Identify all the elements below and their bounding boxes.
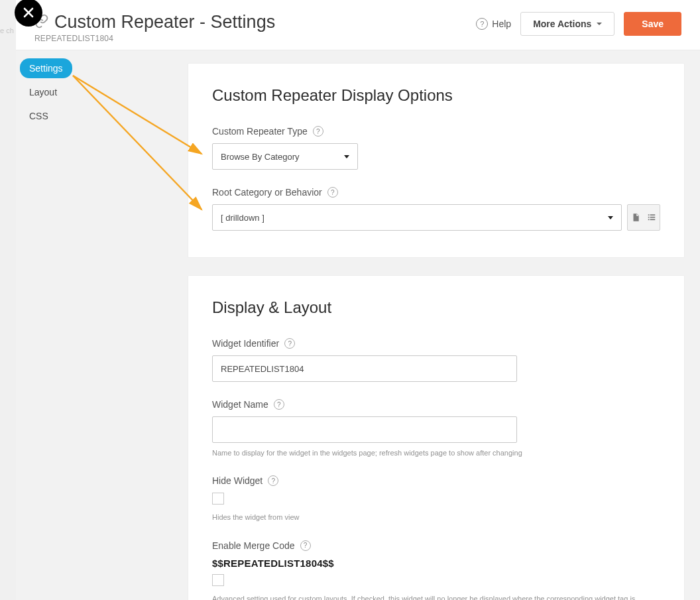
svg-rect-1	[650, 214, 656, 215]
sidebar: Settings Layout CSS	[16, 50, 188, 600]
page-subtitle: REPEATEDLIST1804	[34, 34, 275, 43]
more-actions-label: More Actions	[533, 19, 591, 29]
widget-identifier-label: Widget Identifier	[212, 338, 279, 349]
close-icon	[23, 7, 34, 18]
root-category-label: Root Category or Behavior	[212, 187, 322, 198]
sidebar-item-css[interactable]: CSS	[20, 106, 58, 126]
widget-identifier-input[interactable]	[212, 355, 517, 382]
display-layout-panel: Display & Layout Widget Identifier ? Wid…	[188, 276, 684, 600]
display-layout-heading: Display & Layout	[212, 298, 660, 317]
page-title: Custom Repeater - Settings	[54, 12, 275, 32]
merge-code-value: $$REPEATEDLIST1804$$	[212, 558, 660, 569]
sidebar-item-settings[interactable]: Settings	[20, 58, 72, 78]
hide-widget-checkbox[interactable]	[212, 493, 224, 505]
help-icon[interactable]: ?	[284, 338, 295, 349]
help-icon[interactable]: ?	[327, 187, 338, 198]
list-icon	[647, 213, 656, 222]
svg-rect-0	[648, 214, 650, 215]
svg-rect-5	[650, 219, 656, 220]
help-icon[interactable]: ?	[313, 126, 323, 137]
help-link[interactable]: ? Help	[476, 18, 511, 30]
close-button[interactable]	[15, 0, 42, 27]
help-icon[interactable]: ?	[274, 399, 284, 410]
chevron-down-icon	[597, 23, 602, 25]
page-icon	[631, 213, 640, 222]
hide-widget-label: Hide Widget	[212, 475, 262, 486]
help-icon[interactable]: ?	[300, 540, 311, 551]
root-category-list-button[interactable]	[644, 205, 660, 230]
repeater-type-select[interactable]: Browse By Category	[212, 143, 358, 170]
hide-widget-helper: Hides the widget from view	[212, 512, 660, 522]
enable-merge-code-label: Enable Merge Code	[212, 540, 295, 551]
settings-modal: Custom Repeater - Settings REPEATEDLIST1…	[16, 0, 700, 600]
header-bar: Custom Repeater - Settings REPEATEDLIST1…	[16, 0, 700, 50]
widget-name-label: Widget Name	[212, 399, 268, 410]
root-category-select[interactable]: [ drilldown ]	[212, 204, 622, 231]
svg-rect-4	[648, 219, 650, 220]
enable-merge-code-helper: Advanced setting used for custom layouts…	[212, 594, 660, 600]
repeater-type-label: Custom Repeater Type	[212, 126, 308, 137]
display-options-panel: Custom Repeater Display Options Custom R…	[188, 64, 684, 257]
widget-name-input[interactable]	[212, 416, 517, 443]
save-button[interactable]: Save	[624, 12, 681, 36]
help-icon[interactable]: ?	[268, 475, 278, 486]
sidebar-item-layout[interactable]: Layout	[20, 82, 66, 102]
display-options-heading: Custom Repeater Display Options	[212, 86, 660, 105]
background-strip: e ch	[0, 0, 16, 600]
root-category-browse-button[interactable]	[628, 205, 644, 230]
svg-rect-3	[650, 217, 656, 218]
chevron-down-icon	[344, 155, 349, 158]
more-actions-button[interactable]: More Actions	[520, 12, 614, 36]
help-icon: ?	[476, 18, 488, 30]
chevron-down-icon	[608, 216, 613, 219]
help-label: Help	[492, 19, 511, 29]
enable-merge-code-checkbox[interactable]	[212, 574, 224, 586]
widget-name-helper: Name to display for the widget in the wi…	[212, 448, 660, 458]
svg-rect-2	[648, 217, 650, 218]
